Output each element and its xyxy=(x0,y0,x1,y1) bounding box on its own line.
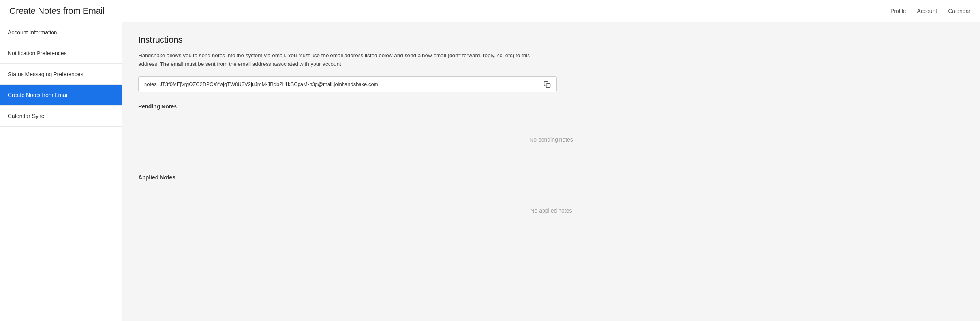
sidebar-item-account-information[interactable]: Account Information xyxy=(0,22,122,43)
sidebar-item-label: Status Messaging Preferences xyxy=(8,71,83,77)
main-layout: Account Information Notification Prefere… xyxy=(0,22,980,321)
email-address-input[interactable] xyxy=(139,77,538,92)
applied-notes-empty-area: No applied notes xyxy=(138,184,964,237)
sidebar-item-label: Notification Preferences xyxy=(8,50,67,56)
top-nav: Profile Account Calendar xyxy=(890,8,971,14)
no-applied-notes-text: No applied notes xyxy=(530,207,572,214)
copy-icon xyxy=(544,81,551,88)
page-title: Create Notes from Email xyxy=(9,6,105,16)
section-title: Instructions xyxy=(138,35,964,45)
sidebar-item-label: Account Information xyxy=(8,29,57,35)
instructions-text: Handshake allows you to send notes into … xyxy=(138,51,533,68)
top-header: Create Notes from Email Profile Account … xyxy=(0,0,980,22)
sidebar-item-calendar-sync[interactable]: Calendar Sync xyxy=(0,106,122,127)
nav-profile[interactable]: Profile xyxy=(890,8,906,14)
sidebar-item-create-notes-from-email[interactable]: Create Notes from Email xyxy=(0,85,122,106)
email-input-row xyxy=(138,76,557,92)
no-pending-notes-text: No pending notes xyxy=(529,136,573,143)
main-content: Instructions Handshake allows you to sen… xyxy=(122,22,980,321)
copy-button[interactable] xyxy=(538,77,556,92)
pending-notes-label: Pending Notes xyxy=(138,103,964,110)
sidebar-item-notification-preferences[interactable]: Notification Preferences xyxy=(0,43,122,64)
pending-notes-empty-area: No pending notes xyxy=(138,113,964,166)
svg-rect-0 xyxy=(546,83,550,87)
nav-calendar[interactable]: Calendar xyxy=(948,8,971,14)
sidebar-item-status-messaging-preferences[interactable]: Status Messaging Preferences xyxy=(0,64,122,85)
sidebar: Account Information Notification Prefere… xyxy=(0,22,122,321)
sidebar-item-label: Calendar Sync xyxy=(8,113,44,119)
applied-notes-label: Applied Notes xyxy=(138,174,964,181)
sidebar-item-label: Create Notes from Email xyxy=(8,92,68,98)
nav-account[interactable]: Account xyxy=(917,8,937,14)
